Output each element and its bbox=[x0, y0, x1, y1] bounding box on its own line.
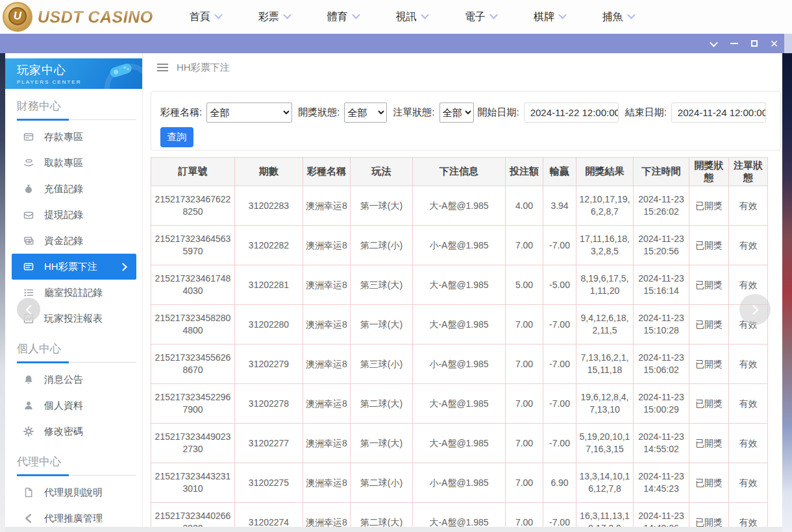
table-cell: 7.00 bbox=[506, 503, 543, 527]
sidebar-item-修改密碼[interactable]: 修改密碼 bbox=[12, 418, 136, 444]
nav-item-捕魚[interactable]: 捕魚 bbox=[602, 10, 634, 24]
column-header: 注單狀態 bbox=[729, 158, 768, 186]
main-content: HH彩票下注 彩種名稱: 全部 開獎狀態: 全部 注單狀態: 全部 bbox=[143, 53, 782, 527]
sidebar-item-個人資料[interactable]: 個人資料 bbox=[12, 393, 136, 418]
table-cell: 已開獎 bbox=[689, 186, 729, 226]
table-cell: 7,13,16,2,1,15,11,18 bbox=[576, 345, 634, 384]
sidebar-section-title: 個人中心 bbox=[17, 341, 142, 356]
table-cell: 已開獎 bbox=[689, 424, 729, 463]
sidebar-item-充值記錄[interactable]: 充值記錄 bbox=[12, 176, 136, 202]
column-header: 彩種名稱 bbox=[303, 158, 351, 186]
table-cell: 有效 bbox=[729, 463, 768, 503]
background-strip-right bbox=[782, 53, 792, 532]
order-status-label: 注單狀態: bbox=[393, 106, 434, 119]
nav-item-電子[interactable]: 電子 bbox=[465, 10, 497, 24]
nav-item-label: 彩票 bbox=[258, 10, 279, 24]
menu-icon[interactable] bbox=[157, 62, 168, 73]
nav-item-首頁[interactable]: 首頁 bbox=[190, 10, 221, 24]
chevron-down-icon bbox=[558, 11, 567, 19]
sidebar-item-label: 修改密碼 bbox=[44, 426, 83, 438]
lottery-name-select[interactable]: 全部 bbox=[206, 103, 292, 123]
end-date-input[interactable] bbox=[671, 103, 766, 123]
table-cell: 澳洲幸运8 bbox=[303, 503, 351, 527]
chevron-right-icon bbox=[119, 263, 127, 271]
sidebar-item-消息公告[interactable]: 消息公告 bbox=[12, 367, 136, 393]
table-cell: 31202274 bbox=[235, 503, 303, 527]
table-cell: 31202278 bbox=[235, 384, 303, 424]
sidebar-item-label: 代理推廣管理 bbox=[44, 513, 103, 525]
table-cell: 大-A盤@1.985 bbox=[413, 186, 506, 226]
maximize-button[interactable] bbox=[744, 34, 764, 53]
sidebar-item-label: 消息公告 bbox=[44, 374, 83, 386]
table-cell: 12,10,17,19,6,2,8,7 bbox=[576, 186, 634, 226]
draw-status-select[interactable]: 全部 bbox=[344, 103, 387, 123]
filter-row: 彩種名稱: 全部 開獎狀態: 全部 注單狀態: 全部 開始日期: 結束日期: bbox=[160, 103, 780, 123]
nav-item-體育[interactable]: 體育 bbox=[327, 10, 359, 24]
table-cell: 大-A盤@1.985 bbox=[413, 503, 506, 527]
sidebar-item-代理規則說明[interactable]: 代理規則說明 bbox=[12, 479, 136, 505]
screen: U USDT CASINO 首頁彩票體育視訊電子棋牌捕魚 × 玩家中心 PLAY… bbox=[0, 0, 792, 532]
table-cell: 19,6,12,8,4,7,13,10 bbox=[576, 384, 634, 424]
table-cell: 2024-11-23 15:26:02 bbox=[634, 186, 689, 226]
collapse-left-button[interactable] bbox=[17, 298, 40, 321]
nav-item-視訊[interactable]: 視訊 bbox=[396, 10, 428, 24]
table-cell: 2152173234617484030 bbox=[151, 265, 235, 305]
sidebar-item-HH彩票下注[interactable]: HH彩票下注 bbox=[12, 254, 136, 280]
table-row: 215217323443231301031202275澳洲幸运8第二球(小)小-… bbox=[151, 463, 768, 503]
table-cell: 5,19,20,10,17,16,3,15 bbox=[576, 424, 634, 463]
minimize-button[interactable] bbox=[724, 34, 744, 53]
column-header: 下注時間 bbox=[634, 158, 689, 186]
lottery-name-label: 彩種名稱: bbox=[160, 106, 202, 119]
close-button[interactable]: × bbox=[764, 34, 784, 53]
share-icon bbox=[23, 513, 34, 524]
table-cell: 31202279 bbox=[235, 345, 303, 384]
close-icon: × bbox=[771, 37, 778, 50]
table-cell: 大-A盤@1.985 bbox=[413, 265, 506, 305]
sidebar-item-提現記錄[interactable]: 提現記錄 bbox=[12, 202, 136, 228]
table-cell: 已開獎 bbox=[689, 305, 729, 345]
nav-item-彩票[interactable]: 彩票 bbox=[258, 10, 290, 24]
table-cell: 9,4,12,6,18,2,11,5 bbox=[576, 305, 634, 345]
table-cell: 有效 bbox=[729, 424, 768, 463]
search-button[interactable]: 查詢 bbox=[160, 127, 193, 147]
table-row: 215217323458280480031202280澳洲幸运8第一球(大)大-… bbox=[151, 305, 768, 345]
sidebar-item-資金記錄[interactable]: 資金記錄 bbox=[12, 228, 136, 254]
sidebar-item-存款專區[interactable]: 存款專區 bbox=[12, 124, 136, 150]
table-cell: 7.00 bbox=[506, 226, 543, 265]
expand-right-button[interactable] bbox=[739, 294, 771, 325]
table-cell: 澳洲幸运8 bbox=[303, 345, 351, 384]
table-cell: 有效 bbox=[729, 186, 768, 226]
sidebar-item-label: 廳室投註記錄 bbox=[44, 287, 103, 299]
nav-item-label: 棋牌 bbox=[534, 10, 554, 24]
table-cell: 有效 bbox=[729, 226, 768, 265]
coin-logo-icon: U bbox=[3, 2, 32, 32]
bell-icon bbox=[23, 374, 34, 385]
table-cell: 第一球(大) bbox=[351, 186, 413, 226]
table-cell: 小-A盤@1.985 bbox=[413, 463, 506, 503]
breadcrumb: HH彩票下注 bbox=[143, 53, 782, 82]
bets-table-wrap: 訂單號期數彩種名稱玩法下注信息投注額輸贏開獎結果下注時間開獎狀態注單狀態 215… bbox=[151, 157, 769, 527]
background-strip-left bbox=[0, 53, 5, 532]
chevron-right-icon bbox=[748, 304, 758, 315]
sidebar-item-取款專區[interactable]: 取款專區 bbox=[12, 150, 136, 176]
usdt-casino-logo[interactable]: U USDT CASINO bbox=[3, 2, 153, 32]
sidebar-section-title: 代理中心 bbox=[17, 454, 142, 469]
table-row: 215217323440266292031202274澳洲幸运8第二球(大)大-… bbox=[151, 503, 768, 527]
table-cell: 31202281 bbox=[235, 265, 303, 305]
table-cell: 小-A盤@1.985 bbox=[413, 226, 506, 265]
table-cell: 7.00 bbox=[506, 345, 543, 384]
chevron-down-icon bbox=[214, 11, 223, 19]
table-cell: 2024-11-23 14:45:23 bbox=[634, 463, 689, 503]
window-menu-button[interactable] bbox=[704, 34, 724, 53]
bottom-scrollbar-track bbox=[5, 527, 782, 532]
start-date-input[interactable] bbox=[524, 103, 619, 123]
column-header: 訂單號 bbox=[151, 158, 235, 186]
table-cell: 2024-11-23 15:06:02 bbox=[634, 345, 689, 384]
order-status-select[interactable]: 全部 bbox=[439, 103, 474, 123]
top-nav-bar: U USDT CASINO 首頁彩票體育視訊電子棋牌捕魚 bbox=[0, 0, 792, 34]
nav-item-棋牌[interactable]: 棋牌 bbox=[534, 10, 565, 24]
withdraw-hand-icon bbox=[23, 158, 34, 168]
table-header-row: 訂單號期數彩種名稱玩法下注信息投注額輸贏開獎結果下注時間開獎狀態注單狀態 bbox=[151, 158, 768, 186]
funds-record-icon bbox=[23, 236, 34, 246]
chevron-down-icon bbox=[627, 11, 636, 19]
